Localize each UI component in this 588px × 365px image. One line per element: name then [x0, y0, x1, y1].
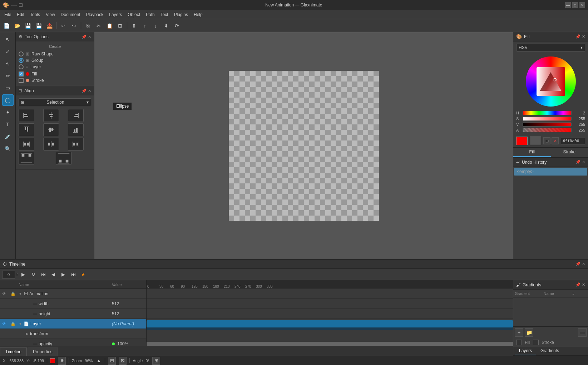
val-slider[interactable] [523, 122, 572, 127]
add-gradient-folder-button[interactable]: 📁 [525, 328, 533, 337]
save-as-button[interactable]: 💾 [34, 21, 44, 31]
align-pin[interactable]: 📌 [81, 89, 87, 93]
animation-expand[interactable]: ▼ [19, 292, 22, 296]
add-gradient-button[interactable]: + [515, 328, 523, 337]
brtab-gradients[interactable]: Gradients [536, 347, 563, 355]
fill-checkbox[interactable]: ✓ [19, 71, 24, 77]
hue-slider[interactable] [523, 111, 572, 115]
menu-layers[interactable]: Layers [106, 11, 125, 18]
raise-top-button[interactable]: ⬆ [129, 21, 139, 31]
menu-view[interactable]: View [43, 11, 58, 18]
gradients-close[interactable]: ✕ [582, 282, 585, 287]
tool-options-close[interactable]: ✕ [88, 35, 91, 39]
save-button[interactable]: 💾 [23, 21, 33, 31]
color-swatch-previous[interactable] [530, 137, 541, 145]
hex-value[interactable]: #ff0a00 [561, 138, 585, 144]
menu-path[interactable]: Path [143, 11, 158, 18]
layer-row[interactable]: 👁 🔒 ▼ 📄 Layer (No Parent) [0, 319, 146, 329]
cut-button[interactable]: ✂ [94, 21, 104, 31]
timeline-pin[interactable]: 📌 [575, 262, 580, 266]
eyedropper-tool[interactable]: 💉 [2, 131, 14, 142]
align-close[interactable]: ✕ [88, 89, 91, 93]
maximize-button[interactable]: □ [572, 2, 578, 8]
redo-button[interactable]: ↪ [69, 21, 79, 31]
group-button[interactable]: ⟳ [172, 21, 182, 31]
color-swatch-current[interactable] [516, 137, 528, 145]
clear-color-button[interactable]: ✕ [552, 137, 559, 144]
tool-options-header[interactable]: ⚙ Tool Options 📌 ✕ [16, 32, 94, 41]
fill-close[interactable]: ✕ [582, 34, 585, 39]
menu-tools[interactable]: Tools [27, 11, 43, 18]
undo-close[interactable]: ✕ [582, 160, 585, 164]
align-left-edge[interactable] [19, 109, 34, 122]
sat-slider[interactable] [523, 117, 572, 121]
menu-playback[interactable]: Playback [83, 11, 107, 18]
fill-tab[interactable]: Fill [513, 148, 551, 157]
bezier-tool[interactable]: ∿ [2, 58, 14, 69]
align-center-v[interactable] [43, 123, 59, 136]
export-button[interactable]: 📤 [44, 21, 54, 31]
align-bottom-edge[interactable] [68, 123, 84, 136]
gradients-pin[interactable]: 📌 [575, 282, 580, 287]
text-tool[interactable]: T [2, 119, 14, 130]
menu-edit[interactable]: Edit [14, 11, 27, 18]
align-header[interactable]: ⊟ Align 📌 ✕ [16, 86, 94, 95]
fit-canvas-button[interactable]: ⊞ [108, 357, 116, 365]
menu-plugins[interactable]: Plugins [171, 11, 191, 18]
group-option[interactable]: ⊞ Group [19, 58, 91, 63]
distribute-top[interactable] [19, 152, 34, 165]
rect-tool[interactable]: ▭ [2, 82, 14, 94]
undo-header[interactable]: ↩ Undo History 📌 ✕ [513, 158, 588, 167]
align-right-edge[interactable] [68, 109, 84, 122]
color-wheel-wrapper[interactable] [526, 56, 576, 107]
menu-file[interactable]: File [1, 11, 14, 18]
animation-lock[interactable]: 🔒 [9, 291, 17, 296]
align-top-edge[interactable] [19, 123, 34, 136]
copy-button[interactable]: ⎘ [83, 21, 93, 31]
raw-shape-option[interactable]: ⊞ Raw Shape [19, 51, 91, 56]
node-tool[interactable]: ⤢ [2, 46, 14, 57]
paste-button[interactable]: 📋 [104, 21, 114, 31]
close-button[interactable]: ✕ [579, 2, 585, 8]
frame-input[interactable] [2, 271, 15, 278]
stroke-tab[interactable]: Stroke [551, 148, 588, 157]
fill-option[interactable]: ✓ Fill [19, 71, 91, 77]
titlebar-controls[interactable]: — □ ✕ [565, 2, 585, 8]
layer-radio[interactable] [19, 64, 24, 69]
loop-button[interactable]: ↻ [29, 270, 38, 279]
align-center-h[interactable] [43, 109, 59, 122]
color-mode-select[interactable]: HSV ▾ [516, 44, 585, 51]
star-tool[interactable]: ✦ [2, 107, 14, 118]
draw-tool[interactable]: ✏ [2, 70, 14, 82]
distribute-center-h[interactable] [43, 138, 59, 151]
group-radio[interactable] [19, 58, 24, 63]
last-frame-button[interactable]: ⏭ [69, 270, 78, 279]
tab-timeline[interactable]: Timeline [0, 347, 27, 356]
canvas[interactable] [229, 71, 379, 221]
layer-eye[interactable]: 👁 [0, 321, 9, 326]
distribute-bottom[interactable] [56, 152, 71, 165]
keyframe-button[interactable]: ★ [79, 270, 88, 279]
timeline-tracks-area[interactable]: 0 30 60 90 120 150 180 210 240 270 300 3… [147, 280, 513, 346]
layer-expand[interactable]: ▼ [19, 322, 22, 326]
undo-button[interactable]: ↩ [58, 21, 68, 31]
open-button[interactable]: 📂 [12, 21, 22, 31]
stroke-option[interactable]: Stroke [19, 78, 91, 83]
zoom-tool[interactable]: 🔍 [2, 143, 14, 154]
animation-row[interactable]: 👁 🔒 ▼ 🎞 Animation [0, 289, 146, 299]
lower-bottom-button[interactable]: ⬇ [161, 21, 171, 31]
undo-empty-item[interactable]: <empty> [514, 168, 587, 176]
angle-more-button[interactable]: ⊞ [152, 357, 160, 365]
copy-color-button[interactable]: ⊞ [543, 137, 550, 144]
lower-button[interactable]: ↓ [150, 21, 160, 31]
timeline-close[interactable]: ✕ [582, 262, 585, 266]
raise-button[interactable]: ↑ [140, 21, 150, 31]
new-button[interactable]: 📄 [1, 21, 11, 31]
prev-frame-button[interactable]: ◀ [49, 270, 58, 279]
layer-lock[interactable]: 🔒 [9, 321, 17, 326]
menu-document[interactable]: Document [58, 11, 83, 18]
paste-place-button[interactable]: ⊞ [115, 21, 125, 31]
first-frame-button[interactable]: ⏮ [39, 270, 48, 279]
align-dropdown[interactable]: ⊟ Selection ▾ [19, 98, 91, 106]
next-frame-button[interactable]: ▶ [59, 270, 68, 279]
